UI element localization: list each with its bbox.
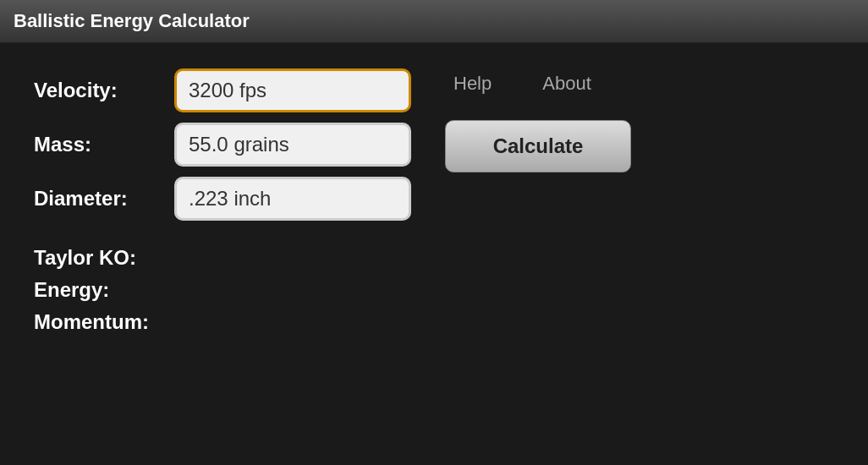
- app-title: Ballistic Energy Calculator: [14, 10, 250, 31]
- velocity-label: Velocity:: [34, 79, 161, 102]
- taylor-ko-row: Taylor KO:: [34, 246, 834, 270]
- results-section: Taylor KO: Energy: Momentum:: [34, 246, 834, 334]
- taylor-ko-label: Taylor KO:: [34, 246, 203, 270]
- velocity-row: Velocity:: [34, 68, 411, 112]
- title-bar: Ballistic Energy Calculator: [0, 0, 868, 43]
- help-button[interactable]: Help: [453, 73, 492, 95]
- fields-column: Velocity: Mass: Diameter:: [34, 68, 411, 221]
- right-panel: Help About Calculate: [445, 68, 631, 172]
- calculate-button[interactable]: Calculate: [445, 120, 631, 172]
- energy-label: Energy:: [34, 278, 203, 302]
- energy-row: Energy:: [34, 278, 834, 302]
- nav-links: Help About: [445, 73, 591, 95]
- mass-row: Mass:: [34, 123, 411, 167]
- main-content: Velocity: Mass: Diameter: Help About Cal…: [0, 43, 868, 359]
- mass-label: Mass:: [34, 133, 161, 156]
- mass-input[interactable]: [174, 123, 411, 167]
- diameter-input[interactable]: [174, 177, 411, 221]
- momentum-label: Momentum:: [34, 310, 203, 334]
- diameter-label: Diameter:: [34, 187, 161, 211]
- velocity-input[interactable]: [174, 68, 411, 112]
- momentum-row: Momentum:: [34, 310, 834, 334]
- form-section: Velocity: Mass: Diameter: Help About Cal…: [34, 68, 834, 221]
- about-button[interactable]: About: [542, 73, 591, 95]
- diameter-row: Diameter:: [34, 177, 411, 221]
